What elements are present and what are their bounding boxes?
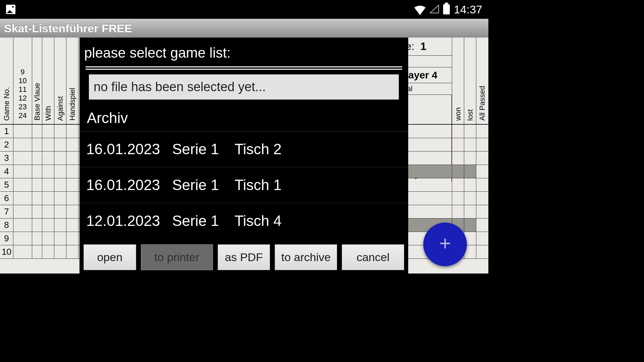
game-list-item[interactable]: 16.01.2023 Serie 1 Tisch 2 <box>79 131 408 167</box>
app-title-bar: Skat-Listenführer FREE <box>0 19 488 38</box>
app-title: Skat-Listenführer FREE <box>4 22 132 35</box>
status-bar: 14:37 <box>0 0 488 19</box>
cancel-button[interactable]: cancel <box>342 244 404 270</box>
dialog-title-underline <box>86 66 402 70</box>
plus-icon: + <box>439 232 451 255</box>
game-list-item[interactable]: 16.01.2023 Serie 1 Tisch 1 <box>79 167 408 203</box>
base-number-list: 9 10 11 12 23 24 <box>16 66 29 122</box>
game-list: 16.01.2023 Serie 1 Tisch 2 16.01.2023 Se… <box>79 131 408 241</box>
battery-icon <box>443 4 450 14</box>
col-game-no: Game No. <box>2 86 12 122</box>
col-with: With <box>43 105 53 122</box>
add-fab[interactable]: + <box>423 223 467 266</box>
row-num: 3 <box>0 152 13 165</box>
to-printer-button[interactable]: to printer <box>141 244 213 270</box>
row-num: 8 <box>0 219 13 232</box>
row-num: 9 <box>0 232 13 245</box>
status-time: 14:37 <box>454 3 482 16</box>
wifi-icon <box>414 5 426 14</box>
row-num: 7 <box>0 205 13 218</box>
cellular-icon <box>430 3 439 16</box>
photo-icon <box>6 5 15 14</box>
dialog-button-row: open to printer as PDF to archive cancel <box>79 241 408 274</box>
row-num: 4 <box>0 165 13 178</box>
selected-file-box[interactable]: no file has been selected yet... <box>89 74 399 100</box>
game-list-item[interactable]: 12.01.2023 Serie 1 Tisch 4 <box>79 203 408 239</box>
col-lost: lost <box>465 108 475 122</box>
open-button[interactable]: open <box>84 244 136 270</box>
col-won: won <box>453 106 463 122</box>
row-num: 6 <box>0 192 13 205</box>
row-num: 2 <box>0 138 13 151</box>
select-game-list-dialog: please select game list: no file has bee… <box>79 38 408 274</box>
as-pdf-button[interactable]: as PDF <box>218 244 270 270</box>
row-num: 1 <box>0 125 13 138</box>
row-num: 5 <box>0 178 13 191</box>
col-base-value: Base Vlaue <box>32 81 42 122</box>
to-archive-button[interactable]: to archive <box>275 244 337 270</box>
section-archiv: Archiv <box>79 102 408 131</box>
col-handspiel: Handspiel <box>67 86 77 122</box>
col-against: Against <box>55 95 65 122</box>
col-all-passed: All Passed <box>477 84 487 122</box>
dialog-title: please select game list: <box>79 38 408 64</box>
row-num: 10 <box>0 245 13 258</box>
